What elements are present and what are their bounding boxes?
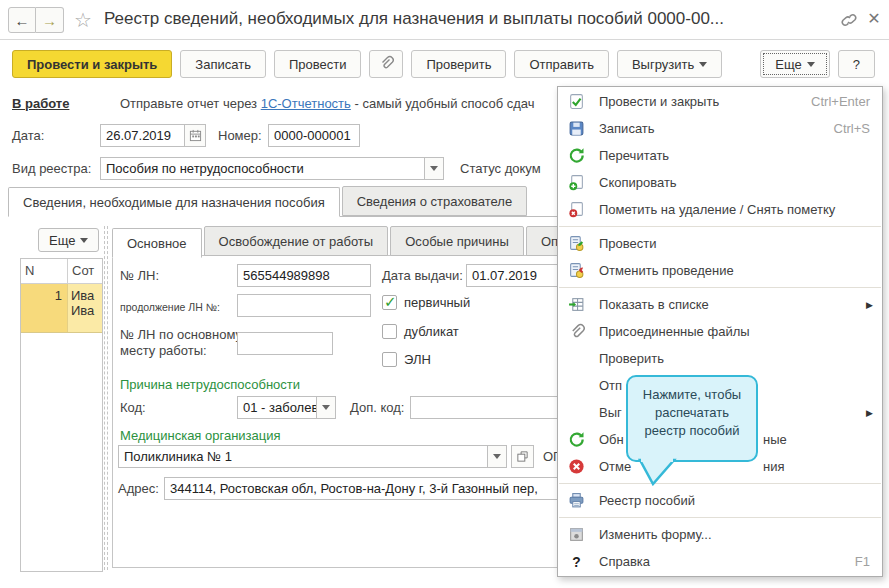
checkbox-unchecked-icon bbox=[382, 352, 397, 367]
ln-main-workplace-input[interactable] bbox=[237, 332, 333, 355]
registry-type-dropdown-icon[interactable] bbox=[425, 157, 444, 180]
save-icon bbox=[568, 120, 585, 137]
medical-org-open-icon[interactable] bbox=[511, 445, 534, 468]
reporting-service-link[interactable]: 1С-Отчетность bbox=[261, 96, 351, 111]
ln-main-workplace-label-line2: месту работы: bbox=[120, 343, 207, 358]
date-input[interactable]: 26.07.2019 bbox=[100, 124, 185, 147]
menu-item-6[interactable]: Провести bbox=[558, 230, 882, 257]
ln-number-label: № ЛН: bbox=[120, 268, 159, 283]
toolbar-more-button[interactable]: Еще bbox=[760, 50, 829, 78]
eln-checkbox[interactable]: ЭЛН bbox=[382, 352, 431, 367]
cancel-icon bbox=[568, 458, 585, 475]
menu-item-label: Перечитать bbox=[599, 148, 669, 163]
document-state-link[interactable]: В работе bbox=[12, 96, 69, 111]
close-icon[interactable]: ✕ bbox=[865, 9, 883, 28]
toolbar-help-button[interactable]: ? bbox=[838, 50, 875, 78]
toolbar-post-button[interactable]: Провести bbox=[274, 50, 362, 78]
outer-tab-1[interactable]: Сведения, необходимые для назначения пос… bbox=[8, 187, 340, 217]
toolbar-button-label: Проверить bbox=[426, 57, 491, 72]
menu-item-7[interactable]: Отменить проведение bbox=[558, 257, 882, 284]
inner-tab-2[interactable]: Освобождение от работы bbox=[204, 226, 389, 256]
cause-code-dropdown-icon[interactable] bbox=[317, 396, 336, 419]
nav-buttons: ← → bbox=[8, 7, 64, 33]
mark-delete-icon bbox=[568, 201, 585, 218]
column-header-employee[interactable]: Сот bbox=[68, 259, 102, 283]
registry-type-input[interactable]: Пособия по нетрудоспособности bbox=[100, 157, 425, 180]
additional-code-label: Доп. код: bbox=[350, 400, 404, 415]
medical-org-input[interactable]: Поликлиника № 1 bbox=[118, 445, 488, 468]
inner-tab-3[interactable]: Особые причины bbox=[390, 226, 524, 256]
show-list-icon bbox=[568, 296, 585, 313]
forward-icon[interactable]: → bbox=[36, 7, 64, 33]
toolbar-button-label: Еще bbox=[775, 57, 801, 72]
toolbar-paperclip-button[interactable] bbox=[369, 50, 403, 78]
menu-item-label: Показать в списке bbox=[599, 297, 709, 312]
menu-separator bbox=[559, 287, 881, 288]
menu-item-9[interactable]: Присоединенные файлы bbox=[558, 318, 882, 345]
chevron-down-icon bbox=[80, 238, 88, 243]
attach-icon bbox=[568, 323, 585, 340]
menu-item-label: Присоединенные файлы bbox=[599, 324, 750, 339]
tooltip-tail bbox=[636, 458, 680, 486]
menu-item-3[interactable]: Перечитать bbox=[558, 142, 882, 169]
menu-item-label: Изменить форму... bbox=[599, 527, 712, 542]
panel-splitter[interactable] bbox=[104, 226, 108, 570]
chevron-down-icon bbox=[807, 62, 815, 67]
medical-org-dropdown-icon[interactable] bbox=[488, 445, 507, 468]
ln-continuation-input[interactable] bbox=[237, 294, 371, 317]
toolbar-check-button[interactable]: Проверить bbox=[411, 50, 506, 78]
tooltip-line: распечатать bbox=[628, 404, 756, 422]
primary-checkbox[interactable]: первичный bbox=[382, 295, 470, 310]
menu-item-2[interactable]: ЗаписатьCtrl+S bbox=[558, 115, 882, 142]
get-link-icon[interactable] bbox=[840, 11, 858, 29]
paperclip-icon bbox=[378, 55, 394, 74]
print-icon bbox=[568, 492, 585, 509]
menu-item-17[interactable]: ?СправкаF1 bbox=[558, 548, 882, 575]
duplicate-checkbox[interactable]: дубликат bbox=[382, 324, 459, 339]
outer-tab-2[interactable]: Сведения о страхователе bbox=[342, 186, 527, 216]
number-input[interactable]: 0000-000001 bbox=[268, 124, 360, 147]
table-row[interactable]: 1ИваИва bbox=[21, 284, 102, 333]
medical-org-heading: Медицинская организация bbox=[120, 428, 281, 443]
inner-tab-1[interactable]: Основное bbox=[112, 228, 202, 258]
menu-item-4[interactable]: Скопировать bbox=[558, 169, 882, 196]
toolbar-save-button[interactable]: Записать bbox=[180, 50, 266, 78]
toolbar-send-button[interactable]: Отправить bbox=[514, 50, 608, 78]
disability-cause-heading: Причина нетрудоспособности bbox=[120, 377, 300, 392]
edit-form-icon bbox=[568, 526, 585, 543]
menu-item-label: Обн bbox=[599, 432, 624, 447]
calendar-icon[interactable] bbox=[185, 124, 206, 147]
chevron-down-icon bbox=[699, 62, 707, 67]
post-close-icon bbox=[568, 93, 585, 110]
menu-item-10[interactable]: Проверить bbox=[558, 345, 882, 372]
menu-item-16[interactable]: Изменить форму... bbox=[558, 521, 882, 548]
svg-text:?: ? bbox=[572, 554, 580, 570]
menu-item-label-fragment: ния bbox=[763, 459, 784, 474]
menu-item-shortcut: F1 bbox=[855, 554, 870, 569]
menu-item-label-fragment: ные bbox=[763, 432, 787, 447]
menu-item-label: Пометить на удаление / Снять пометку bbox=[599, 202, 835, 217]
duplicate-checkbox-label: дубликат bbox=[404, 324, 459, 339]
ln-main-workplace-label: № ЛН по основному месту работы: bbox=[120, 327, 242, 359]
menu-item-1[interactable]: Провести и закрытьCtrl+Enter bbox=[558, 88, 882, 115]
submenu-arrow-icon: ▶ bbox=[866, 300, 873, 310]
menu-item-label: Записать bbox=[599, 121, 655, 136]
back-icon[interactable]: ← bbox=[8, 7, 36, 33]
table-more-button[interactable]: Еще bbox=[38, 228, 99, 252]
employee-name-line: Ива bbox=[71, 288, 102, 303]
favorite-star-icon[interactable]: ☆ bbox=[74, 8, 92, 32]
cause-code-input[interactable]: 01 - заболев bbox=[237, 396, 317, 419]
menu-item-8[interactable]: Показать в списке▶ bbox=[558, 291, 882, 318]
column-header-number[interactable]: N bbox=[21, 259, 68, 283]
menu-item-5[interactable]: Пометить на удаление / Снять пометку bbox=[558, 196, 882, 223]
toolbar-button-label: Записать bbox=[195, 57, 251, 72]
toolbar-button-label: Провести bbox=[289, 57, 347, 72]
toolbar-post-and-close-button[interactable]: Провести и закрыть bbox=[12, 50, 172, 78]
submenu-arrow-icon: ▶ bbox=[866, 408, 873, 418]
post-icon bbox=[568, 235, 585, 252]
ln-number-input[interactable]: 565544989898 bbox=[237, 264, 371, 287]
employees-table-header: NСот bbox=[21, 259, 102, 284]
toolbar-export-button[interactable]: Выгрузить bbox=[617, 50, 722, 78]
checkbox-checked-icon bbox=[382, 295, 397, 310]
menu-item-15[interactable]: Реестр пособий bbox=[558, 487, 882, 514]
